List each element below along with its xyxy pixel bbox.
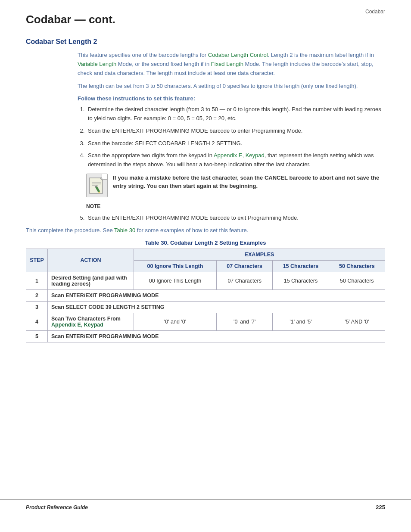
completion-before: This completes the procedure. See: [26, 227, 114, 233]
body-text-1a: This feature specifies one of the barcod…: [78, 52, 208, 58]
table-row-4: 4 Scan Two Characters From Appendix E, K…: [26, 313, 385, 330]
table-row-1: 1 Desired Setting (and pad with leading …: [26, 272, 385, 289]
steps-list: Determine the desired character length (…: [86, 105, 385, 169]
row4-action: Scan Two Characters From Appendix E, Key…: [48, 313, 134, 330]
step-1: Determine the desired character length (…: [86, 105, 385, 123]
table-title: Table 30. Codabar Length 2 Setting Examp…: [26, 240, 385, 246]
body-text-1b: . Length 2 is the maximum label length i…: [268, 52, 374, 58]
footer-left: Product Reference Guide: [26, 504, 88, 510]
col-header-ex4: 50 Characters: [329, 260, 385, 272]
row4-ex2: '0' and '7': [216, 313, 272, 330]
note-icon: [86, 174, 108, 197]
step-3: Scan the barcode: SELECT CODABAR LENGTH …: [86, 139, 385, 148]
body-text-1c: Mode, or the second fixed length if in: [116, 61, 211, 67]
row2-step: 2: [26, 289, 48, 301]
step-4: Scan the appropriate two digits from the…: [86, 151, 385, 169]
row1-ex2: 07 Characters: [216, 272, 272, 289]
variable-length-link[interactable]: Variable Length: [78, 61, 116, 67]
note-text-block: If you make a mistake before the last ch…: [113, 174, 385, 190]
footer: Product Reference Guide 225: [0, 499, 411, 515]
step-5-list: Scan the ENTER/EXIT PROGRAMMING MODE bar…: [86, 214, 385, 223]
body-paragraph-1: This feature specifies one of the barcod…: [78, 51, 385, 78]
row1-action: Desired Setting (and pad with leading ze…: [48, 272, 134, 289]
col-header-ex3: 15 Characters: [273, 260, 329, 272]
table-row-5: 5 Scan ENTER/EXIT PROGRAMMING MODE: [26, 330, 385, 342]
body-paragraph-2: The length can be set from 3 to 50 chara…: [78, 82, 385, 91]
row1-step: 1: [26, 272, 48, 289]
codabar-length-control-link[interactable]: Codabar Length Control: [208, 52, 268, 58]
row4-ex4: '5' AND '0': [329, 313, 385, 330]
row3-step: 3: [26, 301, 48, 313]
row1-ex4: 50 Characters: [329, 272, 385, 289]
row5-step: 5: [26, 330, 48, 342]
col-header-ex1: 00 Ignore This Length: [134, 260, 217, 272]
main-title: Codabar — cont.: [26, 13, 385, 30]
footer-right: 225: [376, 504, 385, 510]
table-row-3: 3 Scan SELECT CODE 39 LENGTH 2 SETTING: [26, 301, 385, 313]
note-label: NOTE: [86, 203, 385, 209]
step-2: Scan the ENTER/EXIT PROGRAMMING MODE bar…: [86, 127, 385, 136]
row1-ex3: 15 Characters: [273, 272, 329, 289]
page-wrapper: Codabar Codabar — cont. Codabar Set Leng…: [0, 0, 411, 532]
section-title: Codabar Set Length 2: [26, 38, 385, 46]
top-right-label: Codabar: [365, 9, 385, 15]
row2-action: Scan ENTER/EXIT PROGRAMMING MODE: [48, 289, 385, 301]
col-header-step: STEP: [26, 249, 48, 272]
row4-step: 4: [26, 313, 48, 330]
step-5: Scan the ENTER/EXIT PROGRAMMING MODE bar…: [86, 214, 385, 223]
instructions-header: Follow these instructions to set this fe…: [78, 95, 385, 102]
row1-ex1: 00 Ignore This Length: [134, 272, 217, 289]
row4-appendix-link[interactable]: Appendix E, Keypad: [51, 322, 103, 328]
row4-ex3: '1' and '5': [273, 313, 329, 330]
table30-link[interactable]: Table 30: [114, 227, 135, 233]
note-image: [86, 174, 108, 197]
notepad-icon: [89, 176, 105, 194]
fixed-length-link[interactable]: Fixed Length: [211, 61, 243, 67]
table-row-2: 2 Scan ENTER/EXIT PROGRAMMING MODE: [26, 289, 385, 301]
step-4-text-before: Scan the appropriate two digits from the…: [88, 152, 214, 159]
note-text: If you make a mistake before the last ch…: [113, 174, 385, 190]
col-header-action: ACTION: [48, 249, 134, 272]
completion-text: This completes the procedure. See Table …: [26, 227, 385, 233]
row3-action: Scan SELECT CODE 39 LENGTH 2 SETTING: [48, 301, 385, 313]
row4-ex1: '0' and '0': [134, 313, 217, 330]
appendix-e-link[interactable]: Appendix E, Keypad: [214, 152, 265, 159]
completion-after: for some examples of how to set this fea…: [135, 227, 248, 233]
col-header-ex2: 07 Characters: [216, 260, 272, 272]
row5-action: Scan ENTER/EXIT PROGRAMMING MODE: [48, 330, 385, 342]
note-box: If you make a mistake before the last ch…: [86, 174, 385, 197]
examples-table: STEP ACTION EXAMPLES 00 Ignore This Leng…: [26, 249, 385, 342]
col-header-examples: EXAMPLES: [134, 249, 385, 260]
